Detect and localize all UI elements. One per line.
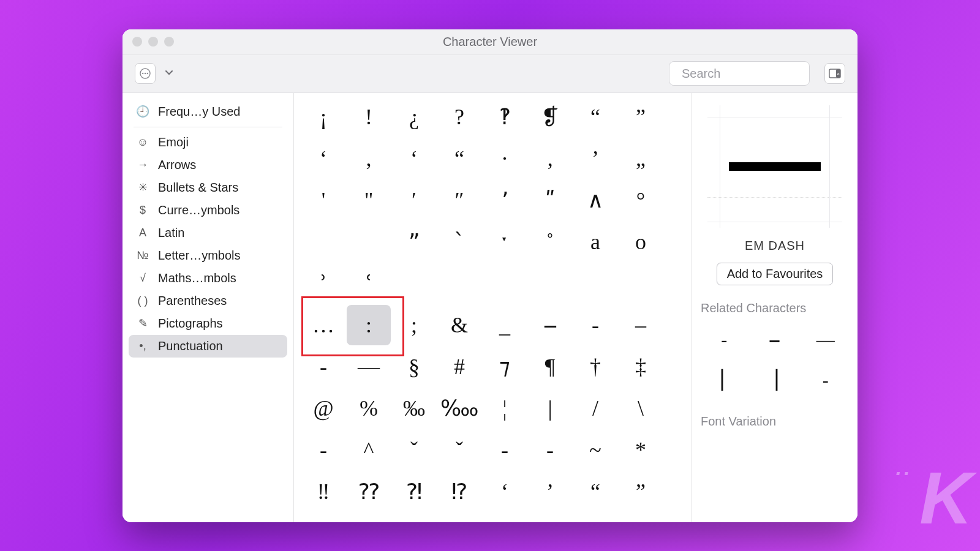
char-cell[interactable] bbox=[437, 513, 481, 522]
close-window-button[interactable] bbox=[132, 37, 142, 47]
char-cell[interactable]: - bbox=[301, 347, 345, 387]
char-cell[interactable] bbox=[528, 263, 572, 304]
char-cell[interactable]: ʾ bbox=[301, 263, 345, 304]
char-cell[interactable] bbox=[437, 263, 481, 304]
char-cell[interactable] bbox=[483, 513, 527, 522]
char-cell[interactable]: “ bbox=[573, 97, 617, 137]
char-cell[interactable]: # bbox=[437, 347, 481, 387]
char-cell[interactable]: ❥ bbox=[347, 513, 391, 522]
char-cell[interactable]: – bbox=[619, 305, 663, 345]
char-cell[interactable]: ” bbox=[619, 471, 663, 512]
related-char[interactable]: ‒ bbox=[752, 321, 799, 358]
char-cell[interactable]: ; bbox=[392, 305, 436, 345]
char-cell[interactable]: ~ bbox=[573, 430, 617, 470]
char-cell[interactable]: ‘ bbox=[301, 138, 345, 179]
char-cell[interactable]: & bbox=[437, 305, 481, 345]
char-cell[interactable]: ‘ bbox=[483, 471, 527, 512]
sidebar-item-pictographs[interactable]: ✎Pictographs bbox=[129, 312, 287, 335]
related-char[interactable]: ‑ bbox=[701, 321, 748, 358]
char-cell[interactable]: „ bbox=[619, 138, 663, 179]
sidebar-item-emoji[interactable]: ☺Emoji bbox=[129, 131, 287, 154]
sidebar-item-maths-mbols[interactable]: √Maths…mbols bbox=[129, 267, 287, 290]
char-cell[interactable] bbox=[347, 222, 391, 262]
minimize-window-button[interactable] bbox=[148, 37, 158, 47]
char-cell[interactable]: ^ bbox=[347, 430, 391, 470]
char-cell[interactable] bbox=[392, 263, 436, 304]
char-cell[interactable]: ˇ bbox=[392, 430, 436, 470]
char-cell[interactable]: ¿ bbox=[392, 97, 436, 137]
char-cell[interactable]: ‘ bbox=[392, 138, 436, 179]
char-cell[interactable]: % bbox=[347, 388, 391, 429]
sidebar-item-curre-ymbols[interactable]: $Curre…ymbols bbox=[129, 199, 287, 222]
char-cell[interactable]: ′ bbox=[392, 180, 436, 220]
char-cell[interactable]: ˋ bbox=[437, 222, 481, 262]
char-cell[interactable]: - bbox=[483, 430, 527, 470]
char-cell[interactable]: @ bbox=[301, 388, 345, 429]
char-cell[interactable]: · bbox=[483, 138, 527, 179]
char-cell[interactable]: \ bbox=[619, 388, 663, 429]
char-cell[interactable]: ⁊ bbox=[483, 347, 527, 387]
char-cell[interactable]: ” bbox=[619, 97, 663, 137]
char-cell[interactable]: ˑ bbox=[483, 222, 527, 262]
char-cell[interactable] bbox=[528, 513, 572, 522]
char-cell[interactable]: ’ bbox=[573, 138, 617, 179]
char-cell[interactable]: | bbox=[528, 388, 572, 429]
char-cell[interactable] bbox=[619, 513, 663, 522]
char-cell[interactable]: ⁉ bbox=[437, 471, 481, 512]
char-cell[interactable]: ʿ bbox=[347, 263, 391, 304]
char-cell[interactable]: ǥ bbox=[392, 513, 436, 522]
char-cell[interactable]: ʼ bbox=[483, 180, 527, 220]
char-cell[interactable]: ¶ bbox=[528, 347, 572, 387]
char-cell[interactable]: § bbox=[392, 347, 436, 387]
char-cell[interactable]: ∧ bbox=[573, 180, 617, 220]
sidebar-item-punctuation[interactable]: •,Punctuation bbox=[129, 335, 287, 358]
char-cell[interactable]: ⁇ bbox=[347, 471, 391, 512]
char-cell[interactable]: o bbox=[619, 222, 663, 262]
char-cell[interactable]: , bbox=[347, 138, 391, 179]
char-cell[interactable]: … bbox=[301, 305, 345, 345]
related-char[interactable]: ⎜ bbox=[701, 362, 748, 399]
search-input[interactable] bbox=[682, 67, 837, 81]
sidebar-item-bullets-stars[interactable]: ✳Bullets & Stars bbox=[129, 176, 287, 199]
char-cell[interactable]: ¡ bbox=[301, 97, 345, 137]
char-cell[interactable]: ‽ bbox=[483, 97, 527, 137]
char-cell[interactable]: / bbox=[573, 388, 617, 429]
char-cell[interactable]: " bbox=[347, 180, 391, 220]
char-cell[interactable]: ˇ bbox=[437, 430, 481, 470]
char-cell[interactable]: ″ bbox=[437, 180, 481, 220]
sidebar-item-parentheses[interactable]: ( )Parentheses bbox=[129, 290, 287, 312]
char-cell[interactable]: “ bbox=[573, 471, 617, 512]
char-cell[interactable]: - bbox=[573, 305, 617, 345]
char-cell[interactable]: - bbox=[301, 430, 345, 470]
char-cell[interactable]: ‒ bbox=[528, 305, 572, 345]
char-cell[interactable]: ‰ bbox=[392, 388, 436, 429]
char-cell[interactable]: ˚ bbox=[528, 222, 572, 262]
char-cell[interactable]: _ bbox=[483, 305, 527, 345]
related-char[interactable]: — bbox=[802, 321, 849, 358]
char-cell[interactable]: ❡ bbox=[528, 97, 572, 137]
char-cell[interactable]: ° bbox=[619, 180, 663, 220]
sidebar-item-letter-ymbols[interactable]: №Letter…ymbols bbox=[129, 244, 287, 267]
sidebar-item-latin[interactable]: ALatin bbox=[129, 222, 287, 244]
char-cell[interactable]: ? bbox=[437, 97, 481, 137]
char-cell[interactable]: * bbox=[619, 430, 663, 470]
char-cell[interactable]: ‱ bbox=[437, 388, 481, 429]
char-cell[interactable]: ˮ bbox=[392, 222, 436, 262]
char-cell[interactable]: ‼ bbox=[301, 471, 345, 512]
related-char[interactable]: ⎟ bbox=[752, 362, 799, 399]
char-cell[interactable]: : bbox=[347, 305, 391, 345]
char-cell[interactable] bbox=[619, 263, 663, 304]
options-button[interactable] bbox=[135, 63, 156, 84]
char-cell[interactable]: ! bbox=[347, 97, 391, 137]
char-cell[interactable]: ❣ bbox=[301, 513, 345, 522]
char-cell[interactable]: - bbox=[528, 430, 572, 470]
char-cell[interactable]: a bbox=[573, 222, 617, 262]
char-cell[interactable]: ' bbox=[301, 180, 345, 220]
char-cell[interactable]: ¦ bbox=[483, 388, 527, 429]
char-cell[interactable] bbox=[301, 222, 345, 262]
char-cell[interactable]: “ bbox=[437, 138, 481, 179]
char-cell[interactable]: ‚ bbox=[528, 138, 572, 179]
char-cell[interactable] bbox=[573, 263, 617, 304]
char-cell[interactable]: ʺ bbox=[528, 180, 572, 220]
char-cell[interactable]: — bbox=[347, 347, 391, 387]
